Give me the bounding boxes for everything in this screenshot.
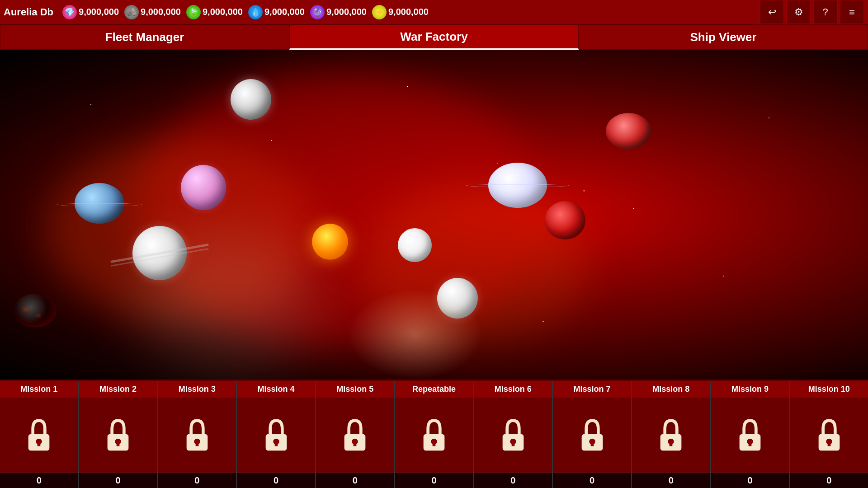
mission-count-mission-2: 0 [79,473,157,488]
mission-col-mission-5: Mission 5 0 [316,381,395,488]
mission-lock-mission-6[interactable] [474,398,552,473]
svg-rect-8 [195,441,198,446]
mission-count-mission-4: 0 [237,473,315,488]
mission-label-repeatable: Repeatable [395,381,473,398]
resource-purple-value: 9,000,000 [326,7,367,17]
mission-lock-mission-8[interactable] [632,398,710,473]
undo-button[interactable]: ↩ [760,0,784,24]
resource-purple: 🔮 9,000,000 [310,5,367,19]
mission-lock-mission-3[interactable] [158,398,236,473]
mission-count-mission-5: 0 [316,473,394,488]
mission-label-mission-3: Mission 3 [158,381,236,398]
mission-col-mission-1: Mission 1 0 [0,381,79,488]
planet-pink[interactable] [181,165,226,210]
resource-gray: 🪨 9,000,000 [124,5,181,19]
mission-lock-mission-1[interactable] [0,398,78,473]
planet-white-top[interactable] [231,79,271,120]
lock-icon [102,418,134,454]
svg-rect-2 [38,441,41,446]
planet-blue-ring-left[interactable] [75,183,124,224]
mission-label-mission-9: Mission 9 [711,381,789,398]
resource-green: 🍃 9,000,000 [186,5,243,19]
svg-rect-29 [749,441,752,446]
mission-label-mission-4: Mission 4 [237,381,315,398]
mission-lock-mission-2[interactable] [79,398,157,473]
mission-lock-mission-10[interactable] [790,398,868,473]
player-name: Aurelia Db [4,6,53,18]
lock-icon [576,418,608,454]
mission-col-repeatable: Repeatable 0 [395,381,474,488]
resource-yellow: ⚡ 9,000,000 [372,5,429,19]
svg-rect-11 [274,441,278,446]
mission-label-mission-5: Mission 5 [316,381,394,398]
mission-lock-mission-5[interactable] [316,398,394,473]
resource-gray-icon: 🪨 [124,5,139,19]
tab-fleet-manager[interactable]: Fleet Manager [0,25,289,50]
planet-red-top-right[interactable] [606,113,651,149]
planet-dark-lava[interactable] [14,294,57,328]
svg-rect-17 [433,441,436,446]
mission-col-mission-8: Mission 8 0 [632,381,711,488]
mission-label-mission-8: Mission 8 [632,381,710,398]
mission-label-mission-10: Mission 10 [790,381,868,398]
svg-rect-26 [670,441,673,446]
mission-label-mission-7: Mission 7 [553,381,631,398]
lock-icon [497,418,529,454]
mission-count-repeatable: 0 [395,473,473,488]
lock-icon [655,418,687,454]
mission-bar: Mission 1 0Mission 2 0Mission 3 0Mission… [0,380,868,488]
resource-yellow-icon: ⚡ [372,5,387,19]
help-button[interactable]: ? [813,0,838,24]
planet-white-ring-right[interactable] [488,163,547,208]
lock-icon [418,418,450,454]
resource-yellow-value: 9,000,000 [388,7,429,17]
mission-label-mission-2: Mission 2 [79,381,157,398]
mission-count-mission-1: 0 [0,473,78,488]
svg-rect-32 [827,441,830,446]
toolbar-buttons: ↩ ⚙ ? ≡ [760,0,864,24]
mission-count-mission-3: 0 [158,473,236,488]
resource-purple-icon: 🔮 [310,5,325,19]
resource-blue-value: 9,000,000 [264,7,305,17]
svg-rect-20 [511,441,514,446]
planet-white-right-center[interactable] [398,228,432,262]
mission-count-mission-9: 0 [711,473,789,488]
mission-col-mission-10: Mission 10 0 [790,381,868,488]
lock-icon [339,418,371,454]
planet-red-bottom-right[interactable] [545,201,585,239]
settings-button[interactable]: ⚙ [786,0,811,24]
svg-rect-23 [590,441,594,446]
planet-orange-sun[interactable] [312,224,348,260]
mission-lock-repeatable[interactable] [395,398,473,473]
resource-pink: 💎 9,000,000 [62,5,119,19]
svg-rect-14 [354,441,357,446]
mission-col-mission-3: Mission 3 0 [158,381,237,488]
mission-count-mission-6: 0 [474,473,552,488]
tab-ship-viewer[interactable]: Ship Viewer [579,25,868,50]
planet-white-center-left[interactable] [132,226,187,280]
nav-tabs: Fleet Manager War Factory Ship Viewer [0,25,868,50]
resource-green-icon: 🍃 [186,5,201,19]
menu-button[interactable]: ≡ [840,0,864,24]
resource-blue: 💧 9,000,000 [248,5,305,19]
mission-col-mission-4: Mission 4 0 [237,381,316,488]
mission-lock-mission-7[interactable] [553,398,631,473]
lock-icon [734,418,766,454]
mission-col-mission-9: Mission 9 0 [711,381,790,488]
mission-lock-mission-9[interactable] [711,398,789,473]
mission-label-mission-6: Mission 6 [474,381,552,398]
mission-lock-mission-4[interactable] [237,398,315,473]
tab-war-factory[interactable]: War Factory [289,25,579,50]
mission-col-mission-7: Mission 7 0 [553,381,632,488]
space-view[interactable] [0,50,868,380]
lock-icon [23,418,55,454]
resource-pink-value: 9,000,000 [79,7,119,17]
mission-col-mission-6: Mission 6 0 [474,381,553,488]
resource-green-value: 9,000,000 [203,7,243,17]
resource-blue-icon: 💧 [248,5,263,19]
planet-white-bottom-right[interactable] [437,278,478,319]
mission-count-mission-8: 0 [632,473,710,488]
lock-icon [181,418,213,454]
mission-count-mission-7: 0 [553,473,631,488]
svg-rect-5 [117,441,120,446]
